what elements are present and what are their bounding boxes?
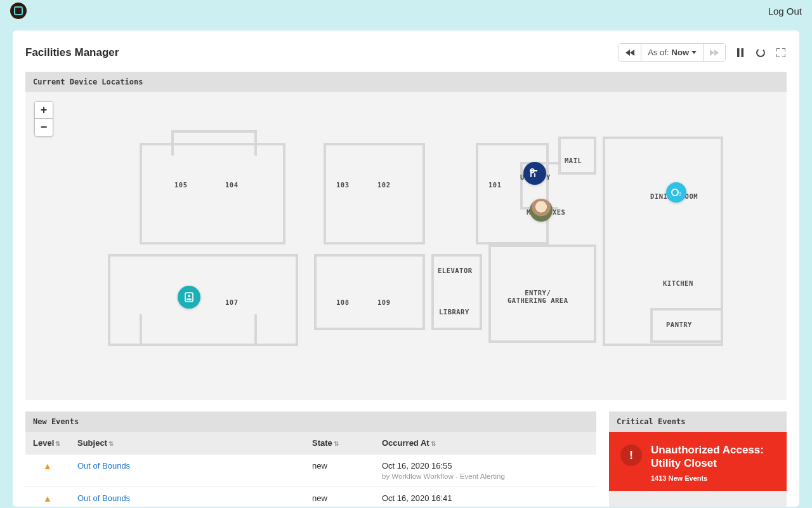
floorplan: 105 104 103 102 101 MAIL UTILITY MAILBOX… xyxy=(108,130,730,346)
svg-point-6 xyxy=(672,189,678,196)
room-label-103: 103 xyxy=(336,181,349,189)
bottom-row: New Events Level⇅ Subject⇅ State⇅ Occurr… xyxy=(25,411,787,507)
critical-card[interactable]: ! Unauthorized Access: Utility Closet 14… xyxy=(609,432,787,491)
asof-value: Now xyxy=(672,48,689,57)
topbar: Log Out xyxy=(0,0,812,22)
rewind-icon xyxy=(625,50,634,56)
expand-icon xyxy=(776,48,785,57)
main-card: Facilities Manager As of: Now xyxy=(13,30,799,507)
pause-icon xyxy=(737,48,744,57)
network-icon xyxy=(528,167,541,180)
spinner-icon xyxy=(756,48,766,58)
critical-subtext: 1413 New Events xyxy=(651,474,775,482)
toolbar: As of: Now xyxy=(619,43,787,62)
room-mail xyxy=(558,137,596,175)
room-label-105: 105 xyxy=(174,181,187,189)
map-panel: Current Device Locations + − 105 104 103… xyxy=(25,72,787,400)
rewind-button[interactable] xyxy=(619,44,641,61)
warning-icon: ▲ xyxy=(43,493,52,504)
event-occurred: Oct 16, 2020 16:55 xyxy=(382,461,589,471)
asof-prefix: As of: xyxy=(648,48,669,57)
events-table: Level⇅ Subject⇅ State⇅ Occurred At⇅ ▲ Ou… xyxy=(25,432,596,507)
col-subject[interactable]: Subject⇅ xyxy=(70,432,304,455)
event-occurred: Oct 16, 2020 16:41 xyxy=(382,493,589,503)
room-label-104: 104 xyxy=(225,181,238,189)
event-state: new xyxy=(304,487,374,507)
critical-heading: Unauthorized Access: Utility Closet xyxy=(651,443,775,471)
card-header: Facilities Manager As of: Now xyxy=(25,43,787,62)
svg-rect-1 xyxy=(742,48,744,57)
fast-forward-icon xyxy=(710,50,719,56)
new-events-title: New Events xyxy=(25,411,596,432)
zoom-out-button[interactable]: − xyxy=(35,119,53,136)
room-label-pantry: PANTRY xyxy=(666,321,692,328)
col-occurred[interactable]: Occurred At⇅ xyxy=(374,432,596,455)
room-label-107: 107 xyxy=(225,298,238,306)
table-row[interactable]: ▲ Out of Bounds new Oct 16, 2020 16:41 xyxy=(25,487,596,507)
room-108-109 xyxy=(314,254,425,330)
sort-icon: ⇅ xyxy=(108,440,114,447)
id-badge-icon xyxy=(183,291,195,303)
sort-icon: ⇅ xyxy=(55,440,60,447)
svg-text:2: 2 xyxy=(679,192,681,197)
o2-icon: 2 xyxy=(670,186,683,199)
svg-rect-0 xyxy=(737,48,740,57)
room-label-109: 109 xyxy=(377,298,390,306)
map-panel-title: Current Device Locations xyxy=(25,72,787,92)
critical-events-panel: Critical Events ! Unauthorized Access: U… xyxy=(609,411,787,507)
sort-icon: ⇅ xyxy=(334,440,339,447)
zoom-control: + − xyxy=(34,101,53,137)
room-105-104 xyxy=(140,143,285,244)
room-label-108: 108 xyxy=(336,298,349,306)
event-subject-link[interactable]: Out of Bounds xyxy=(77,461,130,471)
chevron-down-icon xyxy=(691,51,697,54)
room-ext xyxy=(171,130,257,156)
svg-point-4 xyxy=(188,295,190,297)
event-subject-link[interactable]: Out of Bounds xyxy=(77,493,130,503)
room-label-102: 102 xyxy=(377,181,390,189)
room-label-elevator: ELEVATOR xyxy=(438,267,473,274)
new-events-panel: New Events Level⇅ Subject⇅ State⇅ Occurr… xyxy=(25,411,596,507)
event-byline: by Workflow Workflow - Event Alerting xyxy=(382,472,589,480)
critical-events-title: Critical Events xyxy=(609,411,787,432)
room-bl1b xyxy=(140,314,257,346)
map-area[interactable]: + − 105 104 103 102 101 MAIL UTILITY MAI… xyxy=(25,92,787,400)
fullscreen-button[interactable] xyxy=(775,47,787,58)
room-103-102 xyxy=(324,143,425,244)
page-title: Facilities Manager xyxy=(25,46,119,59)
logout-link[interactable]: Log Out xyxy=(768,6,802,17)
time-control-group: As of: Now xyxy=(619,43,726,62)
room-elev-lib xyxy=(431,254,482,330)
event-state: new xyxy=(304,455,374,487)
col-state[interactable]: State⇅ xyxy=(304,432,374,455)
room-label-entry: ENTRY/ GATHERING AREA xyxy=(508,289,568,304)
pause-button[interactable] xyxy=(735,47,746,58)
refresh-button[interactable] xyxy=(755,47,766,58)
device-marker-oxygen[interactable]: 2 xyxy=(666,182,686,203)
device-marker-sensor[interactable] xyxy=(523,162,546,185)
device-marker-badge[interactable] xyxy=(178,286,200,309)
brand-logo[interactable] xyxy=(10,3,27,19)
room-label-mail: MAIL xyxy=(565,157,582,164)
sort-icon: ⇅ xyxy=(431,440,436,447)
forward-button[interactable] xyxy=(703,44,725,61)
asof-selector[interactable]: As of: Now xyxy=(641,44,703,61)
col-level[interactable]: Level⇅ xyxy=(25,432,70,455)
alert-icon: ! xyxy=(620,444,642,466)
room-label-kitchen: KITCHEN xyxy=(663,279,693,287)
room-label-library: LIBRARY xyxy=(439,308,469,316)
device-marker-person[interactable] xyxy=(530,199,553,222)
svg-point-2 xyxy=(757,49,764,57)
warning-icon: ▲ xyxy=(43,461,52,471)
svg-rect-5 xyxy=(187,298,192,300)
room-label-101: 101 xyxy=(488,181,501,189)
table-row[interactable]: ▲ Out of Bounds new Oct 16, 2020 16:55 b… xyxy=(25,455,596,487)
zoom-in-button[interactable]: + xyxy=(35,102,53,119)
